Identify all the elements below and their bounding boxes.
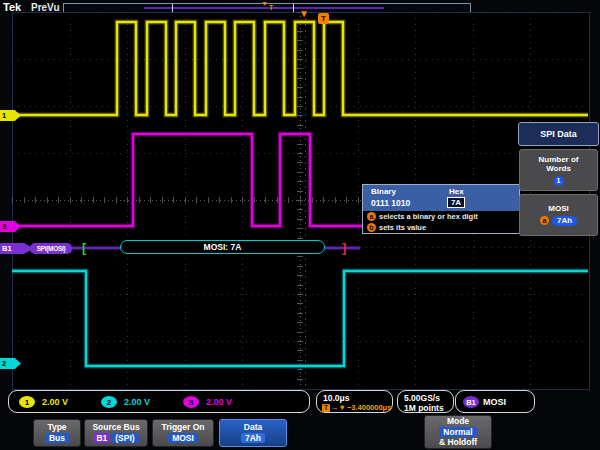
ch1-scale: 2.00 V <box>42 397 68 407</box>
b1-badge[interactable]: B1 <box>463 396 479 408</box>
trigger-delay-value: −3.400000μs <box>347 403 391 412</box>
channel-scale-readout: 1 2.00 V 2 2.00 V 3 2.00 V <box>8 390 310 413</box>
source-bus-label: Source Bus <box>92 423 139 432</box>
horizontal-readout: 10.0μs T→▼−3.400000μs <box>316 390 393 413</box>
ch1-badge[interactable]: 1 <box>19 396 35 408</box>
trigger-position-icon[interactable]: ▼ <box>299 9 309 19</box>
bus-label-pill: SPI(MOSI) <box>30 243 72 254</box>
menu-type-button[interactable]: Type Bus <box>33 419 81 447</box>
trigger-on-value-pill: MOSI <box>168 433 198 443</box>
mode-extra-label: & Holdoff <box>439 438 477 447</box>
mode-label: Mode <box>447 417 469 426</box>
mosi-label: MOSI <box>528 204 590 214</box>
menu-mode-button[interactable]: Mode Normal & Holdoff <box>424 415 492 449</box>
knob-b-hint-text: sets its value <box>379 223 426 232</box>
type-label: Type <box>47 423 66 432</box>
binary-value: 0111 1010 <box>371 198 410 208</box>
knob-b-hint-row: b sets its value <box>367 223 426 232</box>
trigger-delay-row: T→▼−3.400000μs <box>322 403 391 412</box>
record-trigger-triangle-icon: ▼ <box>261 0 268 8</box>
hex-value-selected[interactable]: 7A <box>447 197 465 208</box>
ch2-scale: 2.00 V <box>124 397 150 407</box>
knob-a-hint-row: a selects a binary or hex digit <box>367 212 478 221</box>
record-trigger-t-icon: T <box>269 3 273 12</box>
window-bracket-left <box>172 4 173 12</box>
number-of-words-button[interactable]: Number of Words 1 <box>519 149 598 191</box>
source-bus-b1-pill: B1 <box>93 433 110 443</box>
binary-label: Binary <box>371 187 396 196</box>
bus-readout: B1 MOSI <box>455 390 535 413</box>
number-of-words-label: Number of Words <box>528 155 590 174</box>
timebase-value: 10.0μs <box>323 393 349 403</box>
trigger-arrow-icon: →▼ <box>331 403 346 412</box>
oscilloscope-screen: Tek PreVu ▼ T ▼ T 1 3 B1 2 SPI(MOSI) [ M… <box>0 0 600 450</box>
window-bracket-right <box>293 4 294 12</box>
bus-decode-value-box: MOSI: 7A <box>120 240 325 254</box>
knob-a-icon: a <box>540 216 549 225</box>
trigger-t-icon: T <box>322 404 330 412</box>
bus-name: MOSI <box>483 397 506 407</box>
side-panel-title: SPI Data <box>518 122 599 146</box>
ch2-badge[interactable]: 2 <box>101 396 117 408</box>
hex-label: Hex <box>449 187 464 196</box>
ch3-scale: 2.00 V <box>206 397 232 407</box>
acquisition-readout: 5.00GS/s 1M points <box>397 390 454 413</box>
menu-source-bus-button[interactable]: Source Bus B1 (SPI) <box>84 419 148 447</box>
mosi-data-button[interactable]: MOSI a 7Ah <box>519 194 598 236</box>
type-value-pill: Bus <box>45 433 69 443</box>
source-bus-spi-pill: (SPI) <box>111 433 138 443</box>
mosi-value-pill: 7Ah <box>552 216 577 226</box>
menu-data-button-selected[interactable]: Data 7Ah <box>219 419 287 447</box>
trigger-on-label: Trigger On <box>162 423 205 432</box>
knob-a-icon: a <box>367 212 376 221</box>
data-entry-hint-box: Binary Hex 0111 1010 7A a selects a bina… <box>362 184 520 234</box>
number-of-words-value: 1 <box>554 176 564 186</box>
frame-end-bracket: ] <box>342 240 346 255</box>
data-value-pill: 7Ah <box>241 433 265 443</box>
frame-start-bracket: [ <box>82 240 86 255</box>
menu-trigger-on-button[interactable]: Trigger On MOSI <box>152 419 214 447</box>
knob-a-hint-text: selects a binary or hex digit <box>379 212 478 221</box>
record-length: 1M points <box>404 403 444 413</box>
knob-b-icon: b <box>367 223 376 232</box>
ch3-badge[interactable]: 3 <box>183 396 199 408</box>
data-label: Data <box>244 423 262 432</box>
mode-value-pill: Normal <box>439 427 476 437</box>
trigger-flag-icon[interactable]: T <box>318 13 329 24</box>
sample-rate: 5.00GS/s <box>404 393 440 403</box>
